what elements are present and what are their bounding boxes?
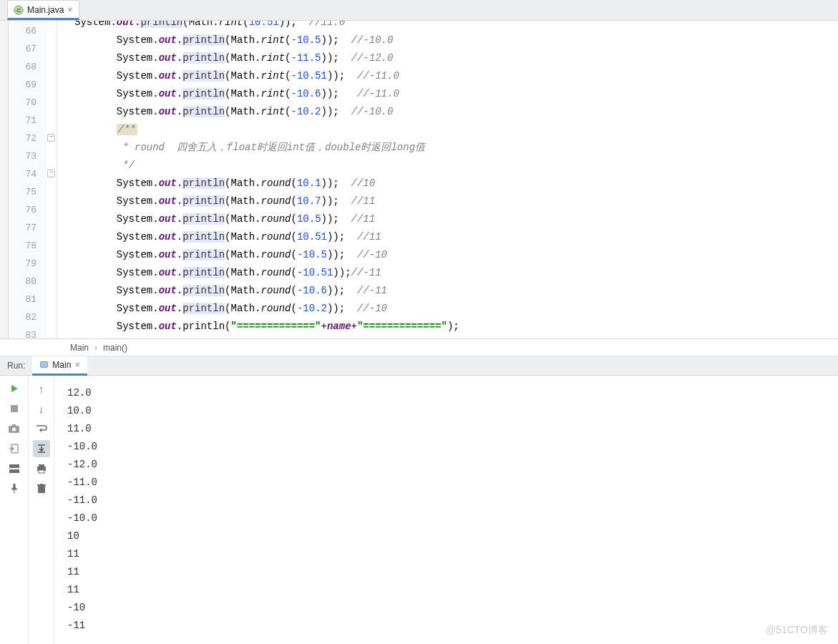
console-line: -11.0 xyxy=(67,474,829,492)
run-toolbar-inner: ↑ ↓ xyxy=(29,376,54,644)
console-output[interactable]: 12.010.011.0-10.0-12.0-11.0-11.0-10.0101… xyxy=(54,376,838,644)
console-line: 11 xyxy=(67,581,829,599)
code-line: System.out.println(Math.round(-10.5)); /… xyxy=(74,246,838,264)
exit-icon[interactable] xyxy=(6,440,23,457)
run-console: ↑ ↓ 12.010.011.0-10.0-12.0-11.0-11.0-10.… xyxy=(0,376,838,644)
code-line: System.out.println(Math.round(10.1)); //… xyxy=(74,175,838,192)
code-content[interactable]: System.out.println(Math.rint(10.51)); //… xyxy=(57,21,838,338)
chevron-right-icon: › xyxy=(94,343,97,353)
java-class-icon: C xyxy=(14,5,24,15)
console-line: 10 xyxy=(67,527,829,545)
console-line: -11 xyxy=(67,617,829,635)
console-line: 11 xyxy=(67,545,829,563)
code-editor[interactable]: 666768697071727374757677787980818283 Sys… xyxy=(0,21,838,339)
watermark: @51CTO博客 xyxy=(766,624,828,637)
console-line: -10.0 xyxy=(67,438,829,456)
console-line: 11.0 xyxy=(67,420,829,438)
code-line: System.out.println(Math.rint(-10.5)); //… xyxy=(74,31,838,49)
arrow-up-icon[interactable]: ↑ xyxy=(33,380,50,397)
code-line: System.out.println(Math.rint(-10.51)); /… xyxy=(74,67,838,85)
console-line: 12.0 xyxy=(67,384,829,402)
svg-rect-9 xyxy=(9,469,19,473)
rerun-icon[interactable] xyxy=(6,380,23,397)
console-line: -11.0 xyxy=(67,492,829,509)
code-line: System.out.println(Math.round(10.51)); /… xyxy=(74,228,838,246)
editor-margin-strip xyxy=(0,21,9,338)
code-line: */ xyxy=(74,157,838,175)
close-icon[interactable]: × xyxy=(67,4,73,15)
arrow-down-icon[interactable]: ↓ xyxy=(33,400,50,417)
print-icon[interactable] xyxy=(33,460,50,477)
run-config-icon xyxy=(39,360,49,369)
stop-icon[interactable] xyxy=(6,400,23,417)
code-line: System.out.println(Math.round(-10.2)); /… xyxy=(74,300,838,318)
run-tab-label: Main xyxy=(52,360,71,370)
svg-rect-15 xyxy=(40,484,43,485)
fold-toggle-icon[interactable] xyxy=(47,134,55,142)
editor-tab-bar: C Main.java × xyxy=(0,0,838,21)
breadcrumb-class[interactable]: Main xyxy=(70,343,89,353)
svg-rect-2 xyxy=(41,361,48,367)
console-line: -12.0 xyxy=(67,456,829,474)
trash-icon[interactable] xyxy=(33,480,50,497)
code-line: System.out.println(Math.rint(-10.2)); //… xyxy=(74,103,838,121)
code-line: /** xyxy=(74,121,838,139)
svg-rect-13 xyxy=(38,486,45,493)
file-tab-label: Main.java xyxy=(27,5,64,15)
fold-toggle-icon[interactable] xyxy=(47,170,55,177)
fold-column xyxy=(47,21,57,338)
run-label: Run: xyxy=(0,361,32,371)
run-panel-header: Run: Main × xyxy=(0,356,838,376)
code-line: System.out.println(Math.round(-10.51));/… xyxy=(74,264,838,282)
file-tab-main-java[interactable]: C Main.java × xyxy=(7,0,79,20)
run-toolbar-left xyxy=(0,376,29,644)
code-line: System.out.println(Math.rint(10.51)); //… xyxy=(74,21,838,31)
code-line: System.out.println(Math.round(10.7)); //… xyxy=(74,192,838,210)
svg-rect-5 xyxy=(12,424,16,426)
code-line: System.out.println(Math.round(10.5)); //… xyxy=(74,210,838,228)
code-line: System.out.println("============="+name+… xyxy=(74,318,838,336)
layout-icon[interactable] xyxy=(6,460,23,477)
code-line: System.out.println(Math.round(-10.6)); /… xyxy=(74,282,838,300)
code-line: * round 四舍五入，float时返回int值，double时返回long值 xyxy=(74,139,838,157)
svg-rect-8 xyxy=(9,464,19,468)
pin-icon[interactable] xyxy=(6,480,23,497)
code-line: System.out.println(Math.rint(-11.5)); //… xyxy=(74,49,838,67)
console-line: -10.0 xyxy=(67,509,829,527)
breadcrumb-method[interactable]: main() xyxy=(103,343,127,353)
svg-point-6 xyxy=(12,428,16,431)
svg-rect-10 xyxy=(39,464,44,467)
run-tab-main[interactable]: Main × xyxy=(32,356,87,376)
console-line: 10.0 xyxy=(67,402,829,420)
soft-wrap-icon[interactable] xyxy=(33,420,50,437)
code-line: System.out.println(Math.rint(-10.6)); //… xyxy=(74,85,838,103)
svg-rect-12 xyxy=(39,470,44,473)
line-number-gutter: 666768697071727374757677787980818283 xyxy=(9,21,57,338)
console-line: -10 xyxy=(67,599,829,617)
breadcrumb[interactable]: Main › main() xyxy=(0,339,838,356)
scroll-to-end-icon[interactable] xyxy=(33,440,50,457)
close-icon[interactable]: × xyxy=(74,359,80,370)
svg-text:C: C xyxy=(16,7,21,14)
camera-icon[interactable] xyxy=(6,420,23,437)
svg-rect-3 xyxy=(11,405,18,412)
console-line: 11 xyxy=(67,563,829,581)
